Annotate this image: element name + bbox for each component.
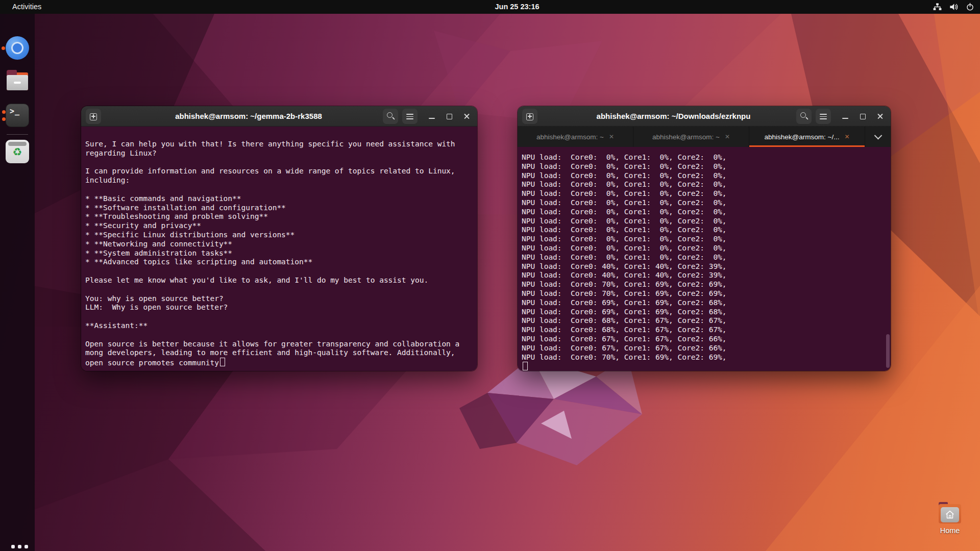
terminal-line: NPU load: Core0: 0%, Core1: 0%, Core2: 0… xyxy=(518,235,891,244)
search-icon-handle xyxy=(805,117,808,120)
tab-close-icon[interactable]: ✕ xyxy=(725,133,730,140)
search-button[interactable] xyxy=(796,109,812,124)
terminal-line xyxy=(518,362,891,371)
terminal-line: * **Basic commands and navigation** xyxy=(81,194,477,204)
terminal-line: NPU load: Core0: 67%, Core1: 67%, Core2:… xyxy=(518,344,891,353)
dock-item-files[interactable] xyxy=(6,69,29,92)
terminal-line: NPU load: Core0: 0%, Core1: 0%, Core2: 0… xyxy=(518,198,891,208)
terminal-tab[interactable]: abhishek@armsom: ~/...✕ xyxy=(749,127,865,147)
terminal-line: NPU load: Core0: 0%, Core1: 0%, Core2: 0… xyxy=(518,244,891,253)
power-icon[interactable] xyxy=(965,2,975,12)
terminal-line: * **Networking and connectivity** xyxy=(81,240,477,249)
terminal-line: NPU load: Core0: 0%, Core1: 0%, Core2: 0… xyxy=(518,253,891,262)
desktop-icon-home[interactable]: Home xyxy=(935,502,965,535)
terminal-line: NPU load: Core0: 70%, Core1: 69%, Core2:… xyxy=(518,289,891,298)
terminal-line: * **Software installation and configurat… xyxy=(81,204,477,213)
terminal-line: **Assistant:** xyxy=(81,321,477,331)
terminal-line xyxy=(81,185,477,194)
window-title: abhishek@armsom: ~/gemma-2b-rk3588 xyxy=(122,106,375,127)
running-indicator xyxy=(2,117,6,121)
home-icon xyxy=(944,509,955,520)
terminal-line: NPU load: Core0: 70%, Core1: 69%, Core2:… xyxy=(518,280,891,289)
running-indicator xyxy=(2,46,5,50)
terminal-tab[interactable]: abhishek@armsom: ~✕ xyxy=(633,127,749,147)
close-button[interactable] xyxy=(460,110,473,123)
clock-button[interactable]: Jun 25 23:16 xyxy=(495,0,539,14)
dock-separator xyxy=(7,134,28,135)
chevron-down-icon xyxy=(874,131,882,139)
terminal-line: NPU load: Core0: 69%, Core1: 69%, Core2:… xyxy=(518,308,891,317)
system-tray[interactable] xyxy=(933,0,975,14)
top-bar: Activities Jun 25 23:16 xyxy=(0,0,980,14)
hamburger-icon xyxy=(820,114,827,115)
terminal-line: open source promotes community xyxy=(81,358,477,367)
activities-button[interactable]: Activities xyxy=(7,0,46,14)
dock-item-chromium[interactable] xyxy=(6,36,29,60)
headerbar[interactable]: abhishek@armsom: ~/Downloads/ezrknpu xyxy=(518,106,891,127)
terminal-output[interactable]: NPU load: Core0: 0%, Core1: 0%, Core2: 0… xyxy=(518,147,891,371)
menu-button[interactable] xyxy=(816,109,831,124)
terminal-line: * **System administration tasks** xyxy=(81,249,477,258)
volume-icon[interactable] xyxy=(949,2,959,12)
terminal-output[interactable]: Sure, I can help you with that! Is there… xyxy=(81,127,477,371)
terminal-window-ezrknpu: abhishek@armsom: ~/Downloads/ezrknpu abh… xyxy=(518,106,891,371)
terminal-line: NPU load: Core0: 0%, Core1: 0%, Core2: 0… xyxy=(518,189,891,198)
minimize-icon xyxy=(842,118,848,119)
tab-label: abhishek@armsom: ~ xyxy=(652,133,720,141)
terminal-line: You: why is open source better? xyxy=(81,294,477,304)
tab-list-button[interactable] xyxy=(865,127,891,147)
terminal-line: Please let me know what you'd like to as… xyxy=(81,276,477,285)
terminal-line: NPU load: Core0: 0%, Core1: 0%, Core2: 0… xyxy=(518,171,891,181)
dock-item-trash[interactable]: ♻ xyxy=(6,140,29,163)
terminal-line: NPU load: Core0: 0%, Core1: 0%, Core2: 0… xyxy=(518,208,891,217)
tab-label: abhishek@armsom: ~/... xyxy=(765,133,840,141)
terminal-line: * **Security and privacy** xyxy=(81,221,477,231)
hamburger-icon xyxy=(406,114,413,115)
terminal-line: mong developers, leading to more efficie… xyxy=(81,348,477,358)
menu-button[interactable] xyxy=(402,109,418,124)
terminal-cursor xyxy=(220,358,225,366)
maximize-button[interactable] xyxy=(856,110,869,123)
terminal-window-gemma: abhishek@armsom: ~/gemma-2b-rk3588 Sure,… xyxy=(81,106,477,371)
hamburger-icon xyxy=(406,118,413,119)
terminal-line xyxy=(81,285,477,294)
network-icon[interactable] xyxy=(933,2,942,12)
dock-item-terminal[interactable]: >_ xyxy=(6,104,29,127)
trash-lid xyxy=(8,142,27,146)
terminal-line xyxy=(81,312,477,321)
show-applications-button[interactable] xyxy=(11,545,29,551)
tab-close-icon[interactable]: ✕ xyxy=(609,133,614,140)
terminal-line: Open source is better because it allows … xyxy=(81,340,477,349)
running-indicator xyxy=(2,110,6,114)
terminal-line: regarding Linux? xyxy=(81,149,477,158)
search-button[interactable] xyxy=(383,109,398,124)
terminal-line: * **Troubleshooting and problem solving*… xyxy=(81,212,477,221)
terminal-line: NPU load: Core0: 70%, Core1: 69%, Core2:… xyxy=(518,353,891,362)
terminal-line: including: xyxy=(81,176,477,185)
terminal-line: * **Advanced topics like scripting and a… xyxy=(81,258,477,267)
hamburger-icon xyxy=(820,116,827,117)
headerbar[interactable]: abhishek@armsom: ~/gemma-2b-rk3588 xyxy=(81,106,477,127)
terminal-line: Sure, I can help you with that! Is there… xyxy=(81,140,477,149)
terminal-line xyxy=(81,331,477,340)
terminal-line: NPU load: Core0: 0%, Core1: 0%, Core2: 0… xyxy=(518,180,891,189)
new-tab-button[interactable] xyxy=(86,109,101,124)
tab-label: abhishek@armsom: ~ xyxy=(536,133,604,141)
hamburger-icon xyxy=(406,116,413,117)
chromium-icon xyxy=(11,42,23,54)
tab-bar: abhishek@armsom: ~✕abhishek@armsom: ~✕ab… xyxy=(518,127,891,147)
folder-front xyxy=(941,507,959,522)
desktop: Activities Jun 25 23:16 xyxy=(0,0,980,551)
terminal-line: NPU load: Core0: 40%, Core1: 40%, Core2:… xyxy=(518,262,891,271)
maximize-button[interactable] xyxy=(443,110,456,123)
minimize-button[interactable] xyxy=(425,110,438,123)
minimize-button[interactable] xyxy=(839,110,852,123)
terminal-line: NPU load: Core0: 69%, Core1: 69%, Core2:… xyxy=(518,298,891,308)
terminal-tab[interactable]: abhishek@armsom: ~✕ xyxy=(518,127,633,147)
plus-icon xyxy=(529,114,530,118)
close-button[interactable] xyxy=(873,110,887,123)
tab-close-icon[interactable]: ✕ xyxy=(844,133,849,140)
new-tab-button[interactable] xyxy=(522,109,537,124)
terminal-line: NPU load: Core0: 0%, Core1: 0%, Core2: 0… xyxy=(518,153,891,162)
scrollbar-thumb[interactable] xyxy=(886,334,890,368)
